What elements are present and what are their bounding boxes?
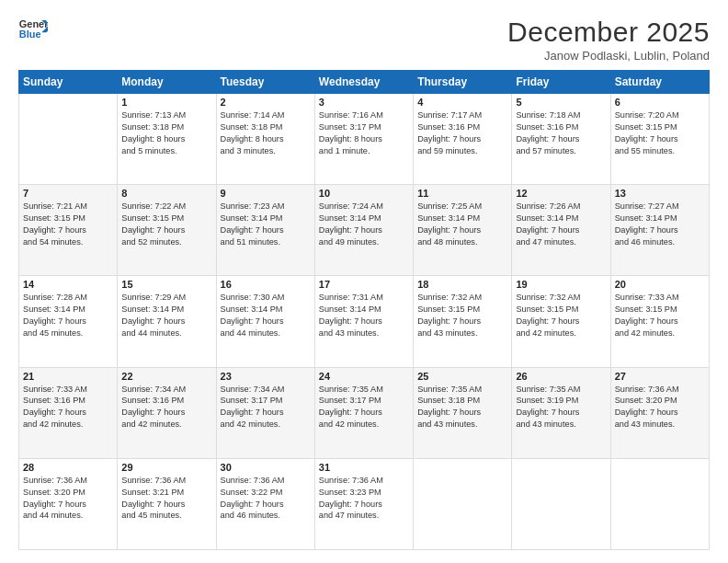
cell-text: Sunrise: 7:36 AMSunset: 3:21 PMDaylight:…: [121, 475, 211, 523]
day-number: 12: [516, 188, 606, 199]
cell-text: Sunrise: 7:35 AMSunset: 3:18 PMDaylight:…: [417, 384, 507, 431]
cell-text: Sunrise: 7:34 AMSunset: 3:17 PMDaylight:…: [221, 384, 311, 431]
day-number: 5: [516, 97, 606, 108]
table-row: 30Sunrise: 7:36 AMSunset: 3:22 PMDayligh…: [216, 458, 314, 549]
cell-text: Sunrise: 7:33 AMSunset: 3:15 PMDaylight:…: [615, 292, 705, 339]
cell-text: Sunrise: 7:23 AMSunset: 3:14 PMDaylight:…: [221, 201, 311, 248]
col-sunday: Sunday: [19, 71, 118, 94]
day-number: 16: [221, 279, 311, 290]
calendar-week-row: 28Sunrise: 7:36 AMSunset: 3:20 PMDayligh…: [19, 458, 710, 549]
cell-text: Sunrise: 7:13 AMSunset: 3:18 PMDaylight:…: [121, 109, 211, 157]
day-number: 20: [615, 279, 705, 290]
cell-text: Sunrise: 7:36 AMSunset: 3:20 PMDaylight:…: [23, 475, 113, 523]
day-number: 18: [417, 279, 507, 290]
table-row: 31Sunrise: 7:36 AMSunset: 3:23 PMDayligh…: [314, 458, 413, 549]
table-row: 13Sunrise: 7:27 AMSunset: 3:14 PMDayligh…: [610, 185, 709, 276]
cell-text: Sunrise: 7:21 AMSunset: 3:15 PMDaylight:…: [23, 201, 113, 248]
table-row: 14Sunrise: 7:28 AMSunset: 3:14 PMDayligh…: [19, 276, 118, 367]
table-row: 2Sunrise: 7:14 AMSunset: 3:18 PMDaylight…: [216, 94, 314, 185]
cell-text: Sunrise: 7:22 AMSunset: 3:15 PMDaylight:…: [121, 201, 211, 248]
day-number: 6: [615, 97, 705, 108]
table-row: 25Sunrise: 7:35 AMSunset: 3:18 PMDayligh…: [414, 367, 512, 458]
table-row: 23Sunrise: 7:34 AMSunset: 3:17 PMDayligh…: [216, 367, 314, 458]
table-row: 22Sunrise: 7:34 AMSunset: 3:16 PMDayligh…: [118, 367, 216, 458]
table-row: 3Sunrise: 7:16 AMSunset: 3:17 PMDaylight…: [314, 94, 413, 185]
day-number: 29: [121, 462, 211, 473]
cell-text: Sunrise: 7:17 AMSunset: 3:16 PMDaylight:…: [417, 109, 507, 157]
day-number: 31: [319, 462, 409, 473]
header: General Blue December 2025 Janow Podlask…: [18, 17, 710, 63]
calendar-week-row: 1Sunrise: 7:13 AMSunset: 3:18 PMDaylight…: [19, 94, 710, 185]
title-block: December 2025 Janow Podlaski, Lublin, Po…: [507, 17, 710, 63]
day-number: 17: [319, 279, 409, 290]
table-row: [414, 458, 512, 549]
cell-text: Sunrise: 7:35 AMSunset: 3:19 PMDaylight:…: [516, 384, 606, 431]
table-row: 8Sunrise: 7:22 AMSunset: 3:15 PMDaylight…: [118, 185, 216, 276]
cell-text: Sunrise: 7:36 AMSunset: 3:23 PMDaylight:…: [319, 475, 409, 523]
day-number: 8: [121, 188, 211, 199]
day-number: 1: [121, 97, 211, 108]
table-row: 11Sunrise: 7:25 AMSunset: 3:14 PMDayligh…: [414, 185, 512, 276]
day-number: 21: [23, 371, 113, 382]
table-row: 28Sunrise: 7:36 AMSunset: 3:20 PMDayligh…: [19, 458, 118, 549]
table-row: 9Sunrise: 7:23 AMSunset: 3:14 PMDaylight…: [216, 185, 314, 276]
cell-text: Sunrise: 7:27 AMSunset: 3:14 PMDaylight:…: [615, 201, 705, 248]
location: Janow Podlaski, Lublin, Poland: [507, 49, 710, 63]
day-number: 26: [516, 371, 606, 382]
calendar-week-row: 7Sunrise: 7:21 AMSunset: 3:15 PMDaylight…: [19, 185, 710, 276]
calendar: Sunday Monday Tuesday Wednesday Thursday…: [18, 70, 710, 550]
day-number: 28: [23, 462, 113, 473]
col-tuesday: Tuesday: [216, 71, 314, 94]
day-number: 9: [221, 188, 311, 199]
calendar-header-row: Sunday Monday Tuesday Wednesday Thursday…: [19, 71, 710, 94]
cell-text: Sunrise: 7:34 AMSunset: 3:16 PMDaylight:…: [121, 384, 211, 431]
cell-text: Sunrise: 7:25 AMSunset: 3:14 PMDaylight:…: [417, 201, 507, 248]
month-title: December 2025: [507, 17, 710, 48]
table-row: [512, 458, 610, 549]
table-row: 15Sunrise: 7:29 AMSunset: 3:14 PMDayligh…: [118, 276, 216, 367]
table-row: 21Sunrise: 7:33 AMSunset: 3:16 PMDayligh…: [19, 367, 118, 458]
table-row: [610, 458, 709, 549]
table-row: [19, 94, 118, 185]
svg-text:Blue: Blue: [19, 29, 41, 40]
day-number: 13: [615, 188, 705, 199]
cell-text: Sunrise: 7:26 AMSunset: 3:14 PMDaylight:…: [516, 201, 606, 248]
table-row: 1Sunrise: 7:13 AMSunset: 3:18 PMDaylight…: [118, 94, 216, 185]
day-number: 11: [417, 188, 507, 199]
cell-text: Sunrise: 7:20 AMSunset: 3:15 PMDaylight:…: [615, 109, 705, 157]
table-row: 16Sunrise: 7:30 AMSunset: 3:14 PMDayligh…: [216, 276, 314, 367]
table-row: 24Sunrise: 7:35 AMSunset: 3:17 PMDayligh…: [314, 367, 413, 458]
cell-text: Sunrise: 7:36 AMSunset: 3:22 PMDaylight:…: [221, 475, 311, 523]
page: General Blue December 2025 Janow Podlask…: [0, 0, 728, 563]
day-number: 25: [417, 371, 507, 382]
day-number: 2: [221, 97, 311, 108]
day-number: 4: [417, 97, 507, 108]
col-thursday: Thursday: [414, 71, 512, 94]
cell-text: Sunrise: 7:36 AMSunset: 3:20 PMDaylight:…: [615, 384, 705, 431]
col-saturday: Saturday: [610, 71, 709, 94]
day-number: 30: [221, 462, 311, 473]
col-wednesday: Wednesday: [314, 71, 413, 94]
day-number: 15: [121, 279, 211, 290]
cell-text: Sunrise: 7:14 AMSunset: 3:18 PMDaylight:…: [221, 109, 311, 157]
cell-text: Sunrise: 7:28 AMSunset: 3:14 PMDaylight:…: [23, 292, 113, 339]
cell-text: Sunrise: 7:32 AMSunset: 3:15 PMDaylight:…: [516, 292, 606, 339]
table-row: 29Sunrise: 7:36 AMSunset: 3:21 PMDayligh…: [118, 458, 216, 549]
table-row: 12Sunrise: 7:26 AMSunset: 3:14 PMDayligh…: [512, 185, 610, 276]
cell-text: Sunrise: 7:29 AMSunset: 3:14 PMDaylight:…: [121, 292, 211, 339]
col-monday: Monday: [118, 71, 216, 94]
day-number: 14: [23, 279, 113, 290]
calendar-week-row: 21Sunrise: 7:33 AMSunset: 3:16 PMDayligh…: [19, 367, 710, 458]
day-number: 7: [23, 188, 113, 199]
table-row: 18Sunrise: 7:32 AMSunset: 3:15 PMDayligh…: [414, 276, 512, 367]
table-row: 19Sunrise: 7:32 AMSunset: 3:15 PMDayligh…: [512, 276, 610, 367]
cell-text: Sunrise: 7:31 AMSunset: 3:14 PMDaylight:…: [319, 292, 409, 339]
cell-text: Sunrise: 7:33 AMSunset: 3:16 PMDaylight:…: [23, 384, 113, 431]
day-number: 3: [319, 97, 409, 108]
table-row: 5Sunrise: 7:18 AMSunset: 3:16 PMDaylight…: [512, 94, 610, 185]
calendar-week-row: 14Sunrise: 7:28 AMSunset: 3:14 PMDayligh…: [19, 276, 710, 367]
logo: General Blue: [18, 17, 48, 42]
table-row: 10Sunrise: 7:24 AMSunset: 3:14 PMDayligh…: [314, 185, 413, 276]
cell-text: Sunrise: 7:35 AMSunset: 3:17 PMDaylight:…: [319, 384, 409, 431]
day-number: 27: [615, 371, 705, 382]
